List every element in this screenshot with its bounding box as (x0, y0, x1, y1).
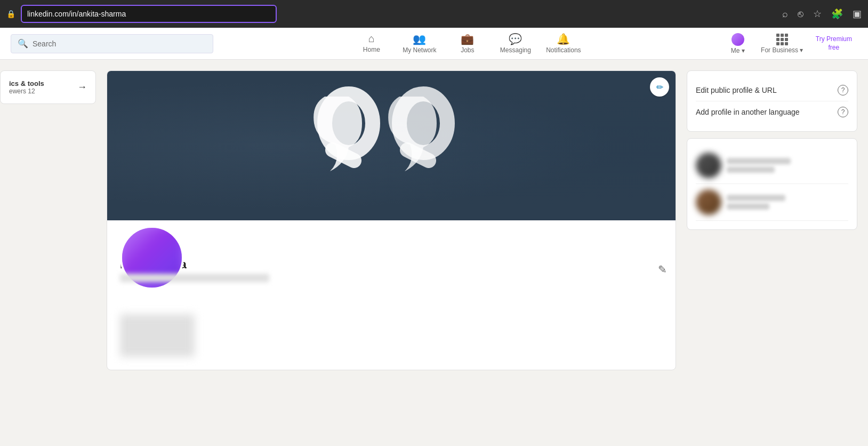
add-profile-language-label: Add profile in another language (696, 108, 800, 116)
people-you-may-know-card (687, 138, 857, 230)
profile-section: ✏ ✎ kita Sharma (107, 70, 676, 370)
analytics-viewers: ewers 12 (9, 87, 44, 95)
edit-banner-icon: ✏ (656, 82, 663, 92)
notifications-label: Notifications (546, 46, 581, 54)
analytics-title: ics & tools (9, 79, 44, 87)
person-title-1-blurred (727, 166, 775, 173)
edit-banner-button[interactable]: ✏ (650, 77, 669, 97)
nav-messaging[interactable]: 💬 Messaging (492, 28, 540, 60)
person-info-1 (727, 156, 791, 175)
nav-home[interactable]: ⌂ Home (348, 28, 396, 60)
jobs-icon: 💼 (461, 33, 474, 45)
edit-public-profile-link[interactable]: Edit public profile & URL ? (696, 79, 848, 101)
profile-detail-1 (120, 314, 195, 357)
analytics-arrow-icon: → (77, 82, 87, 93)
profile-subtitle-blurred (120, 274, 269, 282)
profile-name: kita Sharma (120, 258, 663, 272)
for-business-label: For Business ▾ (761, 46, 803, 54)
person-name-2-blurred (727, 195, 785, 201)
person-title-2-blurred (727, 203, 769, 210)
my-network-label: My Network (403, 46, 436, 54)
person-avatar-2 (696, 189, 721, 215)
nav-my-network[interactable]: 👥 My Network (396, 28, 444, 60)
left-sidebar: ics & tools ewers 12 → (0, 70, 96, 370)
analytics-card[interactable]: ics & tools ewers 12 → (0, 70, 96, 104)
edit-public-profile-help-icon[interactable]: ? (838, 85, 848, 95)
url-text: linkedin.com/in/ankita-sharma (27, 10, 126, 18)
analytics-text: ics & tools ewers 12 (9, 79, 44, 95)
nav-center: ⌂ Home 👥 My Network 💼 Jobs 💬 Messaging 🔔… (348, 28, 588, 60)
person-info-2 (727, 193, 785, 212)
me-label: Me ▾ (731, 47, 745, 54)
person-item-2[interactable] (696, 184, 848, 221)
me-avatar (732, 33, 744, 46)
zoom-icon[interactable]: ⌕ (782, 9, 788, 20)
linkedin-navbar: 🔍 Search ⌂ Home 👥 My Network 💼 Jobs 💬 Me… (0, 28, 868, 60)
try-premium-line2: free (829, 44, 840, 51)
try-premium-link[interactable]: Try Premium free (810, 35, 857, 52)
fullscreen-icon[interactable]: ▣ (853, 8, 862, 20)
share-icon[interactable]: ⎋ (798, 9, 803, 20)
person-avatar-1 (696, 153, 721, 178)
right-sidebar: Edit public profile & URL ? Add profile … (687, 70, 857, 370)
banner-quote-marks (306, 86, 477, 205)
home-icon: ⌂ (368, 33, 375, 45)
browser-chrome: 🔒 linkedin.com/in/ankita-sharma ⌕ ⎋ ☆ 🧩 … (0, 0, 868, 28)
profile-links-card: Edit public profile & URL ? Add profile … (687, 70, 857, 132)
nav-jobs[interactable]: 💼 Jobs (444, 28, 492, 60)
messaging-icon: 💬 (509, 33, 522, 45)
edit-public-profile-label: Edit public profile & URL (696, 86, 777, 94)
browser-toolbar-icons: ⌕ ⎋ ☆ 🧩 ▣ (782, 8, 862, 20)
nav-notifications[interactable]: 🔔 Notifications (540, 28, 588, 60)
nav-for-business[interactable]: For Business ▾ (758, 28, 806, 60)
add-profile-language-link[interactable]: Add profile in another language ? (696, 101, 848, 123)
network-icon: 👥 (413, 33, 426, 45)
profile-detail-row (120, 314, 663, 357)
main-content: ics & tools ewers 12 → (0, 60, 868, 370)
extensions-icon[interactable]: 🧩 (831, 8, 843, 20)
edit-profile-button[interactable]: ✎ (658, 263, 667, 276)
banner-quote-svg (306, 86, 477, 203)
edit-profile-icon: ✎ (658, 264, 667, 275)
jobs-label: Jobs (461, 46, 474, 54)
profile-info: ✎ kita Sharma (107, 258, 676, 370)
lock-icon: 🔒 (6, 10, 15, 18)
nav-me[interactable]: Me ▾ (722, 28, 754, 60)
notifications-icon: 🔔 (557, 33, 570, 45)
search-placeholder: Search (33, 39, 56, 48)
messaging-label: Messaging (500, 46, 531, 54)
person-item-1[interactable] (696, 147, 848, 184)
grid-icon (776, 34, 788, 45)
add-profile-language-help-icon[interactable]: ? (838, 107, 848, 117)
bookmark-icon[interactable]: ☆ (813, 8, 822, 20)
try-premium-line1: Try Premium (816, 35, 852, 43)
person-name-1-blurred (727, 158, 791, 164)
home-label: Home (363, 46, 380, 53)
profile-banner: ✏ (107, 71, 676, 220)
search-icon: 🔍 (18, 38, 28, 49)
url-bar[interactable]: linkedin.com/in/ankita-sharma (21, 5, 277, 23)
nav-right: Me ▾ For Business ▾ Try Premium free (722, 28, 857, 60)
search-bar[interactable]: 🔍 Search (11, 34, 213, 53)
